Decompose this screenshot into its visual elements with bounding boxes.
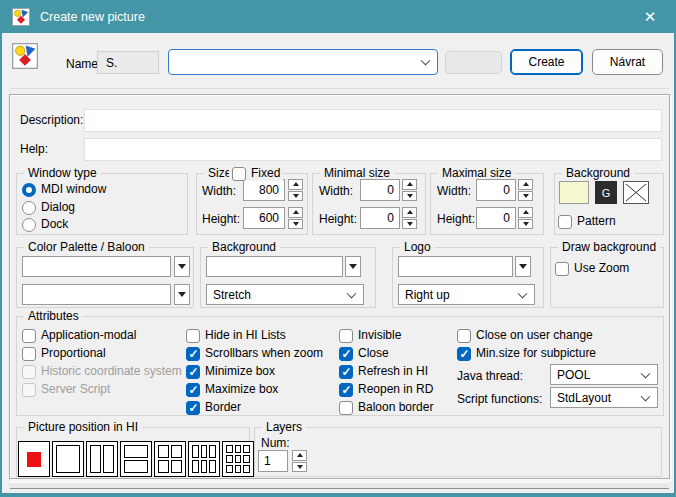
historic-coordinate-checkbox: Historic coordinate system — [22, 364, 182, 379]
chevron-down-icon — [518, 288, 528, 298]
spin-up-button[interactable] — [288, 207, 303, 218]
size-height-spinner — [288, 207, 303, 229]
max-height-input[interactable] — [476, 207, 516, 229]
background-mode-select[interactable]: Stretch — [206, 284, 364, 305]
fixed-checkbox[interactable]: Fixed — [229, 166, 283, 181]
checkbox-icon — [186, 347, 200, 361]
min-height-input[interactable] — [360, 207, 400, 229]
spin-down-button[interactable] — [288, 191, 303, 202]
java-thread-select[interactable]: POOL — [550, 364, 658, 385]
name-prefix-field: S. — [97, 51, 159, 74]
spin-up-button[interactable] — [292, 450, 307, 461]
hide-in-hi-lists-checkbox[interactable]: Hide in HI Lists — [186, 328, 286, 343]
baloon-drop-button[interactable] — [174, 284, 190, 305]
palette-input[interactable] — [22, 256, 171, 277]
minimize-box-checkbox[interactable]: Minimize box — [186, 364, 275, 379]
spin-down-button[interactable] — [402, 219, 417, 230]
border-checkbox[interactable]: Border — [186, 400, 241, 415]
position-two-columns-button[interactable] — [86, 441, 118, 477]
min-height-label: Height: — [319, 212, 357, 227]
checkbox-icon — [22, 329, 36, 343]
spin-down-button[interactable] — [402, 191, 417, 202]
position-current-button[interactable] — [18, 441, 50, 477]
background-image-input[interactable] — [206, 256, 343, 277]
chevron-down-icon — [347, 288, 357, 298]
gradient-button[interactable]: G — [595, 181, 617, 204]
checkbox-icon — [555, 262, 569, 276]
dropdown-arrow-icon — [349, 264, 357, 269]
baloon-input[interactable] — [22, 284, 171, 305]
help-input[interactable] — [84, 138, 662, 161]
scrollbars-when-zoom-checkbox[interactable]: Scrollbars when zoom — [186, 346, 323, 361]
blank-disabled-button — [445, 51, 502, 74]
size-height-label: Height: — [202, 212, 240, 227]
min-width-spinner — [402, 179, 417, 201]
create-button[interactable]: Create — [510, 49, 583, 75]
checkbox-icon — [186, 383, 200, 397]
position-single-button[interactable] — [52, 441, 84, 477]
draw-background-title: Draw background — [558, 240, 660, 255]
close-checkbox[interactable]: Close — [339, 346, 389, 361]
no-color-button[interactable] — [623, 181, 649, 204]
description-input[interactable] — [84, 109, 662, 132]
spin-down-button[interactable] — [518, 219, 533, 230]
proportional-checkbox[interactable]: Proportional — [22, 346, 106, 361]
spin-down-button[interactable] — [518, 191, 533, 202]
logo-input[interactable] — [398, 256, 513, 277]
color-palette-title: Color Palette / Baloon — [24, 240, 149, 255]
script-functions-select[interactable]: StdLayout — [550, 387, 658, 408]
close-on-user-change-checkbox[interactable]: Close on user change — [457, 328, 593, 343]
refresh-in-hi-checkbox[interactable]: Refresh in HI — [339, 364, 428, 379]
maximize-box-checkbox[interactable]: Maximize box — [186, 382, 278, 397]
background-image-drop-button[interactable] — [345, 256, 361, 277]
layers-num-label: Num: — [261, 436, 290, 451]
position-grid-2x2-button[interactable] — [154, 441, 186, 477]
radio-mdi-window[interactable]: MDI window — [22, 182, 106, 197]
return-button[interactable]: Návrat — [592, 49, 663, 75]
invisible-checkbox[interactable]: Invisible — [339, 328, 401, 343]
logo-drop-button[interactable] — [515, 256, 531, 277]
pattern-checkbox[interactable]: Pattern — [558, 214, 616, 229]
checkbox-icon — [339, 401, 353, 415]
spin-up-button[interactable] — [518, 179, 533, 190]
position-two-rows-button[interactable] — [120, 441, 152, 477]
reopen-in-rd-checkbox[interactable]: Reopen in RD — [339, 382, 433, 397]
red-square-icon — [27, 452, 41, 467]
min-width-input[interactable] — [360, 179, 400, 201]
picture-position-title: Picture position in HI — [24, 420, 142, 435]
size-height-input[interactable] — [243, 207, 285, 229]
use-zoom-checkbox[interactable]: Use Zoom — [555, 261, 629, 276]
name-combobox[interactable] — [168, 49, 438, 75]
radio-dialog[interactable]: Dialog — [22, 200, 75, 215]
bottom-ridge — [10, 482, 669, 489]
baloon-border-checkbox[interactable]: Baloon border — [339, 400, 433, 415]
logo-title: Logo — [400, 240, 435, 255]
spin-up-button[interactable] — [288, 179, 303, 190]
layers-num-input[interactable] — [258, 450, 288, 472]
checkbox-icon — [22, 383, 36, 397]
spin-up-button[interactable] — [402, 207, 417, 218]
background-color-swatch[interactable] — [559, 181, 589, 204]
size-width-spinner — [288, 179, 303, 201]
checkbox-icon — [232, 167, 246, 181]
spin-up-button[interactable] — [518, 207, 533, 218]
spin-down-button[interactable] — [288, 219, 303, 230]
max-width-input[interactable] — [476, 179, 516, 201]
min-height-spinner — [402, 207, 417, 229]
spin-down-button[interactable] — [292, 462, 307, 473]
application-modal-checkbox[interactable]: Application-modal — [22, 328, 136, 343]
size-width-input[interactable] — [243, 179, 285, 201]
position-grid-3x2-button[interactable] — [188, 441, 220, 477]
chevron-down-icon — [641, 368, 651, 378]
draw-background-group: Draw background — [550, 247, 664, 308]
dropdown-arrow-icon — [519, 264, 527, 269]
attributes-title: Attributes — [24, 309, 83, 324]
logo-position-select[interactable]: Right up — [398, 284, 535, 305]
close-icon[interactable]: ✕ — [636, 8, 664, 26]
java-thread-label: Java thread: — [457, 369, 523, 384]
radio-dock[interactable]: Dock — [22, 217, 68, 232]
position-grid-3x3-button[interactable] — [222, 441, 254, 477]
spin-up-button[interactable] — [402, 179, 417, 190]
palette-drop-button[interactable] — [174, 256, 190, 277]
min-size-subpicture-checkbox[interactable]: Min.size for subpicture — [457, 346, 596, 361]
